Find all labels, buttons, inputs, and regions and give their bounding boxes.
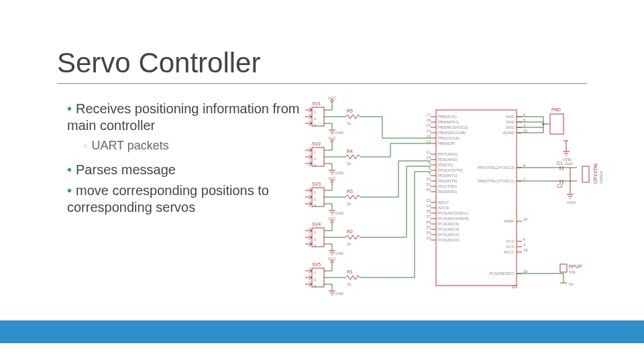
svg-text:R5: R5 (347, 109, 353, 113)
svg-text:GND: GND (506, 115, 515, 119)
svg-text:SV2: SV2 (312, 141, 321, 146)
svg-text:PD3(INT1): PD3(INT1) (438, 174, 458, 178)
svg-text:5: 5 (523, 118, 526, 122)
svg-text:PD1(TXD): PD1(TXD) (438, 184, 457, 188)
svg-text:3: 3 (314, 204, 317, 208)
svg-text:31: 31 (426, 182, 431, 186)
svg-text:PD2(INT0): PD2(INT0) (438, 179, 458, 183)
svg-text:PD5(T1): PD5(T1) (438, 163, 453, 167)
svg-text:PC0(ADC0): PC0(ADC0) (438, 238, 460, 242)
svg-text:18: 18 (523, 248, 528, 252)
svg-point-178 (543, 123, 545, 125)
svg-text:PC4(ADC4/SDA): PC4(ADC4/SDA) (438, 217, 469, 221)
svg-text:R3: R3 (347, 189, 353, 194)
svg-text:PD6(AIN0): PD6(AIN0) (438, 158, 458, 162)
svg-text:1: 1 (314, 231, 317, 235)
svg-text:GND: GND (335, 211, 344, 215)
svg-text:2: 2 (314, 117, 317, 121)
bullet-1: •Receives positioning information from m… (67, 101, 315, 134)
svg-text:1k: 1k (347, 121, 352, 125)
cap-val: 22pf (565, 162, 573, 166)
svg-text:5: 5 (429, 172, 431, 176)
svg-text:PC6(/RESET): PC6(/RESET) (490, 272, 515, 276)
svg-text:2: 2 (314, 278, 317, 282)
svg-text:3: 3 (314, 244, 317, 248)
svg-text:R1: R1 (347, 269, 353, 274)
slide-title: Servo Controller (57, 47, 587, 84)
footer-accent-bar (0, 320, 644, 343)
svg-text:VCC: VCC (506, 239, 515, 243)
svg-text:27: 27 (426, 215, 431, 219)
svg-text:ADC6: ADC6 (438, 206, 449, 210)
svg-text:6: 6 (523, 237, 526, 241)
svg-text:25: 25 (426, 225, 431, 229)
svg-text:3: 3 (314, 284, 317, 288)
svg-text:9: 9 (429, 161, 431, 165)
svg-text:1k: 1k (347, 162, 352, 166)
svg-text:VCC: VCC (328, 257, 337, 261)
bullet-1-text: Receives positioning information from ma… (67, 101, 300, 133)
svg-text:ADC7: ADC7 (438, 200, 449, 204)
svg-text:AVCC: AVCC (504, 250, 515, 254)
svg-text:19: 19 (426, 204, 431, 208)
svg-text:GND: GND (335, 251, 344, 255)
svg-text:SV4: SV4 (312, 222, 321, 227)
svg-text:GND: GND (335, 171, 344, 175)
svg-text:32: 32 (426, 177, 431, 181)
c1-ref: C1 (557, 161, 563, 166)
svg-text:PB3(MOSI/OC2): PB3(MOSI/OC2) (438, 125, 468, 129)
svg-text:PB6(XTAL1/TOSC1): PB6(XTAL1/TOSC1) (478, 179, 515, 183)
svg-text:17: 17 (426, 113, 431, 117)
svg-text:GND: GND (506, 125, 515, 129)
svg-text:14: 14 (426, 129, 431, 133)
svg-text:3: 3 (314, 123, 317, 127)
svg-text:PB1(OC1A): PB1(OC1A) (438, 136, 460, 140)
svg-text:2: 2 (314, 157, 317, 161)
svg-text:AREF: AREF (504, 219, 515, 223)
svg-text:GND: GND (335, 131, 344, 135)
svg-rect-185 (582, 166, 589, 182)
svg-text:8: 8 (523, 164, 526, 168)
svg-text:16: 16 (426, 118, 431, 122)
svg-text:15: 15 (426, 123, 431, 127)
svg-text:PC5(ADC5/SCL): PC5(ADC5/SCL) (438, 211, 468, 215)
svg-text:VCC: VCC (328, 136, 337, 140)
svg-text:1: 1 (314, 150, 317, 154)
svg-text:PB5(SCK): PB5(SCK) (438, 115, 457, 119)
svg-text:PB7(XTAL2/TOSC2): PB7(XTAL2/TOSC2) (478, 166, 515, 170)
svg-text:20: 20 (523, 217, 528, 221)
svg-text:AGND: AGND (503, 131, 515, 135)
svg-text:2: 2 (314, 197, 317, 201)
svg-text:1: 1 (314, 190, 317, 194)
svg-text:21: 21 (523, 129, 528, 133)
pad-ref: PAD (551, 107, 561, 112)
svg-text:3: 3 (314, 164, 317, 168)
svg-text:1k: 1k (347, 282, 352, 286)
svg-text:12: 12 (426, 139, 431, 143)
svg-text:7: 7 (523, 177, 526, 181)
svg-rect-188 (560, 264, 567, 272)
svg-text:23: 23 (426, 236, 431, 240)
svg-text:VCC: VCC (328, 176, 337, 180)
svg-text:PB0(ICP): PB0(ICP) (438, 141, 455, 145)
svg-text:30: 30 (426, 188, 431, 192)
c2-ref: C2 (557, 184, 563, 188)
slide-body: •Receives positioning information from m… (67, 101, 315, 220)
svg-text:R2: R2 (347, 229, 353, 234)
svg-text:6: 6 (429, 166, 431, 170)
svg-text:VCC: VCC (328, 96, 337, 100)
svg-text:GND: GND (335, 292, 344, 296)
svg-text:2: 2 (314, 237, 317, 241)
bullet-3: •move corresponding positions to corresp… (67, 182, 315, 216)
svg-rect-175 (550, 114, 564, 134)
svg-text:1k: 1k (347, 242, 352, 246)
crystal-ref: CRYSTAL (593, 162, 598, 184)
svg-text:PD0(RXD): PD0(RXD) (438, 190, 457, 194)
svg-text:13: 13 (426, 134, 431, 138)
svg-text:3: 3 (523, 123, 526, 127)
svg-text:R4: R4 (347, 149, 353, 154)
svg-text:VCC: VCC (328, 217, 337, 221)
crystal-val: 16MHz (599, 171, 603, 184)
svg-text:24: 24 (426, 231, 431, 235)
svg-text:PB2(SS/OC1B): PB2(SS/OC1B) (438, 131, 466, 135)
